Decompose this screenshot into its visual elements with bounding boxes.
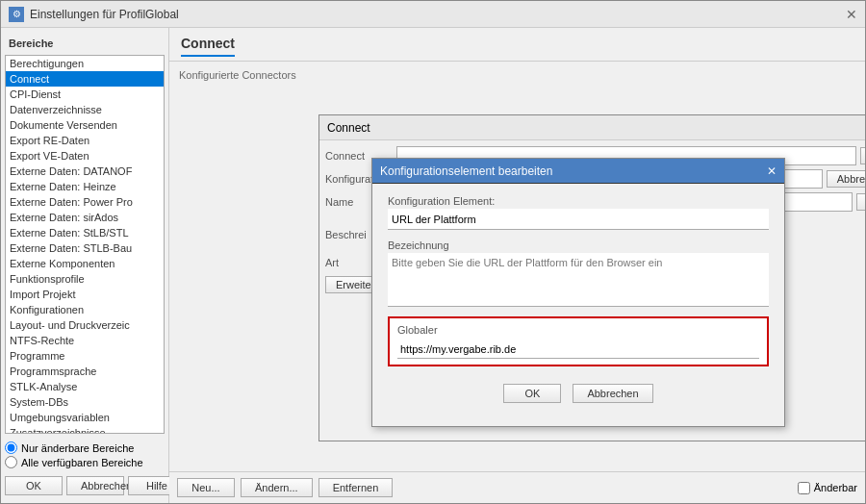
sidebar-item-programmsprache[interactable]: Programmsprache xyxy=(6,364,164,379)
sidebar-item-systemdb[interactable]: System-DBs xyxy=(6,394,164,410)
fg-config-element-label: Konfiguration Element: xyxy=(388,195,769,207)
sidebar-list-inner[interactable]: Berechtigungen Connect CPI-Dienst Datenv… xyxy=(6,56,164,433)
sidebar-item-exportre[interactable]: Export RE-Daten xyxy=(6,133,164,148)
title-bar: ⚙ Einstellungen für ProfilGlobal ✕ xyxy=(1,1,865,28)
sidebar-abbrechen-button[interactable]: Abbrechen xyxy=(66,476,124,495)
sidebar-item-dokumente[interactable]: Dokumente Versenden xyxy=(6,117,164,133)
sidebar-item-ext-heinze[interactable]: Externe Daten: Heinze xyxy=(6,179,164,194)
sidebar-item-layout[interactable]: Layout- und Druckverzeic xyxy=(6,317,164,333)
sidebar-item-import[interactable]: Import Projekt xyxy=(6,287,164,302)
configured-label: Konfigurierte Connectors xyxy=(177,69,857,81)
fg-bezeichnung-group: Bezeichnung xyxy=(388,239,769,307)
fg-config-element-group: Konfiguration Element: xyxy=(388,195,769,230)
sidebar-list: Berechtigungen Connect CPI-Dienst Datenv… xyxy=(5,55,165,434)
sidebar-title: Bereiche xyxy=(5,36,165,55)
fg-dialog-title-text: Konfigurationselement bearbeiten xyxy=(380,164,552,178)
sidebar-item-cpi[interactable]: CPI-Dienst xyxy=(6,87,164,102)
entfernen-button[interactable]: Entfernen xyxy=(318,478,394,497)
bottom-bar: Neu... Ändern... Entfernen Änderbar xyxy=(169,471,865,503)
fg-ok-button[interactable]: OK xyxy=(503,384,561,403)
fg-dialog-buttons: OK Abbrechen xyxy=(388,376,769,415)
fg-global-section: Globaler xyxy=(388,316,769,366)
sidebar-item-ext-stlbbau[interactable]: Externe Daten: STLB-Bau xyxy=(6,240,164,256)
sidebar-item-zusatz[interactable]: Zusatzverzeichnisse xyxy=(6,425,164,433)
sidebar-item-funktion[interactable]: Funktionsprofile xyxy=(6,271,164,287)
panel-body: Konfigurierte Connectors Connect _ □ ✕ C… xyxy=(169,62,865,471)
anderbar-checkbox[interactable] xyxy=(798,482,810,494)
fg-global-input[interactable] xyxy=(397,340,759,359)
fg-global-label: Globaler xyxy=(397,324,759,336)
panel-title: Connect xyxy=(181,36,235,57)
anderbar-checkbox-label[interactable]: Änderbar xyxy=(798,482,857,494)
sidebar-item-ext-power[interactable]: Externe Daten: Power Pro xyxy=(6,194,164,210)
sidebar-ok-button[interactable]: OK xyxy=(5,476,63,495)
sidebar: Bereiche Berechtigungen Connect CPI-Dien… xyxy=(1,28,169,503)
fg-bezeichnung-textarea[interactable] xyxy=(388,253,769,307)
sidebar-item-stlk[interactable]: STLK-Analyse xyxy=(6,379,164,394)
fg-dialog-body: Konfiguration Element: Bezeichnung Globa… xyxy=(372,184,784,426)
sidebar-item-datenverz[interactable]: Datenverzeichnisse xyxy=(6,102,164,117)
sidebar-footer: Nur änderbare Bereiche Alle verfügbaren … xyxy=(5,434,165,499)
panel-header: Connect xyxy=(169,28,865,62)
sidebar-item-exportve[interactable]: Export VE-Daten xyxy=(6,148,164,164)
bg-dialog-title-text: Connect xyxy=(327,121,370,135)
right-panel: Connect Konfigurierte Connectors Connect… xyxy=(169,28,865,503)
neu-button[interactable]: Neu... xyxy=(177,478,235,497)
sidebar-item-ext-sirados[interactable]: Externe Daten: sirAdos xyxy=(6,210,164,225)
main-window: ⚙ Einstellungen für ProfilGlobal ✕ Berei… xyxy=(0,0,866,504)
fg-bezeichnung-label: Bezeichnung xyxy=(388,239,769,251)
bg-abbrechen-button[interactable]: Abbrechen xyxy=(827,170,865,188)
anderbar-label: Änderbar xyxy=(814,482,857,493)
fg-dialog-title: Konfigurationselement bearbeiten ✕ xyxy=(372,159,784,184)
bg-dialog-title: Connect _ □ ✕ xyxy=(319,115,865,140)
radio-group: Nur änderbare Bereiche Alle verfügbaren … xyxy=(5,440,165,470)
app-icon: ⚙ xyxy=(9,7,24,22)
sidebar-item-ntfs[interactable]: NTFS-Rechte xyxy=(6,333,164,348)
radio-nur-anderbare[interactable]: Nur änderbare Bereiche xyxy=(5,441,165,454)
fg-abbrechen-button[interactable]: Abbrechen xyxy=(573,384,652,403)
sidebar-item-konfiguration[interactable]: Konfigurationen xyxy=(6,302,164,317)
sidebar-item-ext-stlb[interactable]: Externe Daten: StLB/STL xyxy=(6,225,164,240)
main-window-title: Einstellungen für ProfilGlobal xyxy=(30,8,179,21)
fg-dialog-close-button[interactable]: ✕ xyxy=(767,164,777,178)
main-content: Bereiche Berechtigungen Connect CPI-Dien… xyxy=(1,28,865,503)
andern-button[interactable]: Ändern... xyxy=(241,478,313,497)
sidebar-item-connect[interactable]: Connect xyxy=(6,71,164,87)
main-close-button[interactable]: ✕ xyxy=(846,7,857,22)
sidebar-item-ext-datanof[interactable]: Externe Daten: DATANOF xyxy=(6,164,164,179)
sidebar-item-berechtigungen[interactable]: Berechtigungen xyxy=(6,56,164,71)
sidebar-item-umgebung[interactable]: Umgebungsvariablen xyxy=(6,410,164,425)
bg-ok-button[interactable]: OK xyxy=(860,147,865,164)
radio-alle-verfugbaren[interactable]: Alle verfügbaren Bereiche xyxy=(5,456,165,468)
bg-hilfe-button[interactable]: Hilfe xyxy=(856,193,865,211)
sidebar-buttons: OK Abbrechen Hilfe xyxy=(5,476,165,495)
sidebar-item-ext-komp[interactable]: Externe Komponenten xyxy=(6,256,164,271)
fg-config-element-input[interactable] xyxy=(388,209,769,230)
sidebar-item-programme[interactable]: Programme xyxy=(6,348,164,364)
fg-dialog: Konfigurationselement bearbeiten ✕ Konfi… xyxy=(371,158,785,427)
